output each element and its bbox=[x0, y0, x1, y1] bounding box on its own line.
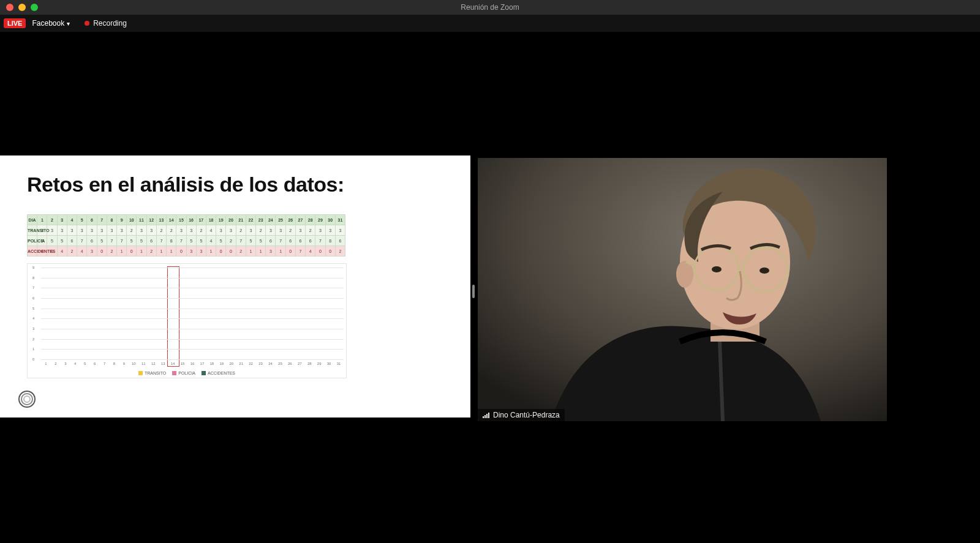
shared-screen-pane[interactable]: Retos en el análisis de los datos: DIA12… bbox=[0, 142, 473, 435]
table-cell: 3 bbox=[216, 225, 226, 236]
table-header-day: 29 bbox=[315, 215, 325, 225]
table-header-day: 23 bbox=[256, 215, 266, 225]
table-header-day: 5 bbox=[77, 215, 87, 225]
slide-title: Retos en el análisis de los datos: bbox=[27, 173, 344, 197]
table-cell: 5 bbox=[246, 236, 255, 246]
svg-line-9 bbox=[739, 268, 744, 269]
table-cell: 2 bbox=[236, 225, 246, 236]
table-cell: 6 bbox=[295, 236, 305, 246]
table-cell: 5 bbox=[216, 236, 226, 246]
table-header-day: 19 bbox=[216, 215, 226, 225]
table-cell: 3 bbox=[186, 225, 196, 236]
signal-strength-icon bbox=[483, 412, 489, 418]
table-header-day: 25 bbox=[276, 215, 285, 225]
table-header-day: 18 bbox=[206, 215, 216, 225]
table-cell: 3 bbox=[266, 225, 276, 236]
minimize-window-button[interactable] bbox=[18, 4, 26, 11]
table-cell: 0 bbox=[285, 246, 295, 257]
table-cell: 5 bbox=[196, 236, 206, 246]
table-header-day: 21 bbox=[236, 215, 246, 225]
presentation-slide: Retos en el análisis de los datos: DIA12… bbox=[0, 155, 470, 418]
table-cell: 3 bbox=[107, 225, 116, 236]
recording-label: Recording bbox=[93, 19, 127, 28]
table-cell: 6 bbox=[306, 236, 315, 246]
table-cell: 3 bbox=[116, 225, 126, 236]
table-cell: 7 bbox=[236, 236, 246, 246]
table-header-day: 30 bbox=[325, 215, 335, 225]
table-cell: 3 bbox=[335, 225, 345, 236]
table-cell: 2 bbox=[127, 225, 137, 236]
table-cell: 1 bbox=[276, 246, 285, 257]
table-header-day: 4 bbox=[67, 215, 77, 225]
table-cell: 5 bbox=[47, 236, 57, 246]
table-cell: 3 bbox=[137, 225, 146, 236]
table-cell: 3 bbox=[146, 225, 156, 236]
table-header-label: DIA bbox=[28, 215, 37, 225]
table-cell: 3 bbox=[246, 225, 255, 236]
svg-point-12 bbox=[760, 268, 769, 274]
legend-item-accidentes: ACCIDENTES bbox=[202, 371, 235, 375]
table-cell: 1 bbox=[206, 246, 216, 257]
slide-logo-icon bbox=[17, 389, 37, 409]
table-cell: 2 bbox=[156, 225, 166, 236]
table-row-label: POLICIA bbox=[28, 236, 37, 246]
slide-chart: 1234567891011121314151617181920212223242… bbox=[27, 263, 347, 378]
table-cell: 6 bbox=[67, 236, 77, 246]
stream-target-dropdown[interactable]: Facebook ▾ bbox=[32, 19, 70, 28]
table-cell: 6 bbox=[266, 236, 276, 246]
zoom-toolbar: LIVE Facebook ▾ Recording bbox=[0, 15, 980, 32]
table-cell: 4 bbox=[57, 246, 67, 257]
table-cell: 2 bbox=[67, 246, 77, 257]
table-cell: 1 bbox=[256, 246, 266, 257]
close-window-button[interactable] bbox=[6, 4, 13, 11]
table-cell: 3 bbox=[266, 246, 276, 257]
table-cell: 3 bbox=[226, 225, 236, 236]
table-cell: 0 bbox=[216, 246, 226, 257]
table-cell: 1 bbox=[246, 246, 255, 257]
table-cell: 8 bbox=[325, 236, 335, 246]
table-cell: 0 bbox=[325, 246, 335, 257]
meeting-content: Retos en el análisis de los datos: DIA12… bbox=[0, 32, 980, 543]
participant-name-tag: Dino Cantú-Pedraza bbox=[478, 409, 565, 421]
table-cell: 0 bbox=[97, 246, 107, 257]
table-cell: 5 bbox=[97, 236, 107, 246]
table-cell: 6 bbox=[146, 236, 156, 246]
table-cell: 2 bbox=[285, 225, 295, 236]
table-cell: 2 bbox=[167, 225, 176, 236]
legend-item-transito: TRANSITO bbox=[138, 371, 166, 375]
speaker-video-tile[interactable]: Dino Cantú-Pedraza bbox=[478, 158, 887, 421]
table-cell: 7 bbox=[77, 236, 87, 246]
table-cell: 1 bbox=[116, 246, 126, 257]
table-cell: 2 bbox=[196, 225, 206, 236]
table-row-label: TRANSITO bbox=[28, 225, 37, 236]
table-cell: 6 bbox=[335, 236, 345, 246]
svg-point-1 bbox=[21, 394, 32, 405]
fullscreen-window-button[interactable] bbox=[31, 4, 38, 11]
table-cell: 3 bbox=[315, 225, 325, 236]
table-cell: 3 bbox=[57, 225, 67, 236]
table-cell: 3 bbox=[196, 246, 206, 257]
window-titlebar: Reunión de Zoom bbox=[0, 0, 980, 15]
table-cell: 7 bbox=[176, 236, 186, 246]
table-cell: 3 bbox=[325, 225, 335, 236]
table-cell: 2 bbox=[236, 246, 246, 257]
table-header-day: 1 bbox=[37, 215, 47, 225]
table-header-day: 8 bbox=[107, 215, 116, 225]
table-header-day: 26 bbox=[285, 215, 295, 225]
table-cell: 7 bbox=[156, 236, 166, 246]
svg-point-11 bbox=[712, 266, 722, 272]
table-header-day: 17 bbox=[196, 215, 206, 225]
table-header-day: 28 bbox=[306, 215, 315, 225]
table-header-day: 13 bbox=[156, 215, 166, 225]
table-cell: 2 bbox=[146, 246, 156, 257]
table-cell: 4 bbox=[306, 246, 315, 257]
recording-indicator[interactable]: Recording bbox=[85, 19, 127, 28]
table-cell: 7 bbox=[295, 246, 305, 257]
table-cell: 2 bbox=[256, 225, 266, 236]
pane-resize-handle[interactable] bbox=[472, 285, 475, 298]
table-row-label: ACCIDENTES bbox=[28, 246, 37, 257]
table-header-day: 7 bbox=[97, 215, 107, 225]
table-cell: 6 bbox=[285, 236, 295, 246]
participant-name: Dino Cantú-Pedraza bbox=[493, 411, 560, 419]
table-header-day: 20 bbox=[226, 215, 236, 225]
